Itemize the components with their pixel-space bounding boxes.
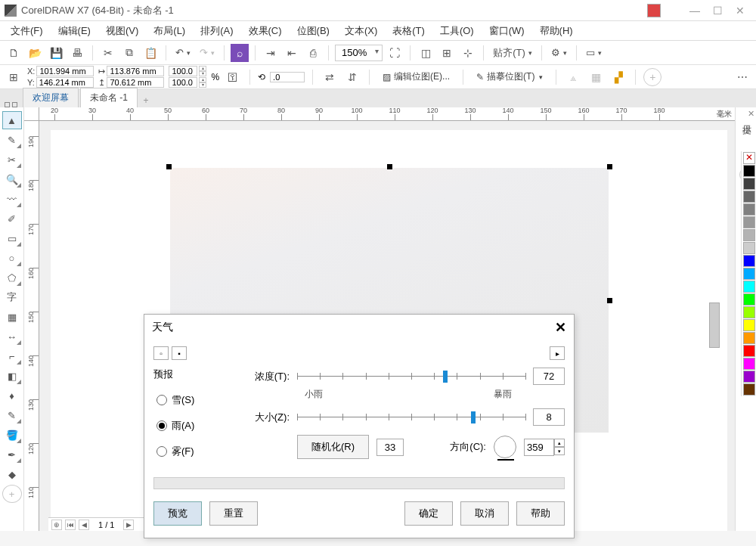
color-swatch[interactable] [743, 229, 755, 241]
color-swatch[interactable] [743, 191, 755, 203]
color-swatch[interactable] [743, 371, 755, 383]
menu-a[interactable]: 排列(A) [193, 21, 240, 41]
color-swatch[interactable] [743, 255, 755, 267]
ok-button[interactable]: 确定 [404, 501, 453, 526]
effects-tool-icon[interactable]: ◧ [2, 367, 22, 385]
direction-dial[interactable] [494, 436, 516, 458]
help-button[interactable]: 帮助 [516, 501, 565, 526]
dialog-close-icon[interactable]: ✕ [555, 319, 566, 336]
crop-icon[interactable]: ⟁ [564, 68, 582, 86]
table-tool-icon[interactable]: ▦ [2, 308, 22, 326]
grid-icon[interactable]: ⊞ [438, 44, 456, 62]
dimension-tool-icon[interactable]: ↔ [2, 327, 22, 346]
add-tab-button[interactable]: + [139, 94, 153, 107]
color-swatch[interactable] [743, 306, 755, 318]
menu-v[interactable]: 视图(V) [98, 21, 146, 41]
zoom-tool-icon[interactable]: 🔍 [2, 170, 22, 188]
height-input[interactable] [107, 77, 164, 88]
size-input[interactable] [533, 408, 565, 426]
color-swatch[interactable] [743, 293, 755, 306]
menu-l[interactable]: 布局(L) [146, 21, 193, 41]
size-slider[interactable] [297, 410, 525, 425]
transparency-tool-icon[interactable]: ♦ [2, 386, 22, 405]
artistic-media-icon[interactable]: ✐ [2, 209, 22, 228]
quick-customize-icon[interactable]: + [2, 485, 22, 503]
connector-tool-icon[interactable]: ⌐ [2, 347, 22, 365]
menu-h[interactable]: 帮助(H) [532, 21, 581, 41]
page-first-icon[interactable]: ⏮ [65, 520, 76, 530]
y-input[interactable] [36, 77, 94, 88]
guides-icon[interactable]: ⊹ [459, 44, 477, 62]
x-input[interactable] [36, 66, 94, 76]
ruler-horizontal[interactable]: 毫米 2030405060708090100110120130140150160… [39, 107, 735, 121]
zoom-select[interactable]: 150% [335, 45, 383, 61]
open-icon[interactable]: 📂 [26, 44, 44, 62]
resize-handle[interactable] [607, 164, 612, 169]
import-icon[interactable]: ⇥ [262, 44, 280, 62]
dialog-flyout-icon[interactable]: ▸ [550, 346, 565, 360]
resize-handle[interactable] [166, 164, 172, 169]
page-prev-icon[interactable]: ◀ [79, 520, 89, 530]
cancel-button[interactable]: 取消 [460, 501, 509, 526]
pick-tool-icon[interactable]: ▲ [2, 111, 22, 129]
eyedropper-tool-icon[interactable]: ✎ [2, 406, 22, 424]
page-next-icon[interactable]: ▶ [123, 520, 134, 530]
dialog-expand-icon[interactable]: ▪ [172, 346, 187, 360]
color-swatch[interactable] [743, 216, 755, 228]
color-swatch[interactable] [743, 358, 755, 370]
color-swatch[interactable] [743, 383, 755, 396]
randomize-button[interactable]: 随机化(R) [297, 435, 369, 459]
radio-rain[interactable]: 雨(A) [153, 413, 229, 439]
resize-handle[interactable] [387, 164, 392, 169]
density-input[interactable] [533, 368, 565, 385]
freehand-tool-icon[interactable]: 〰 [2, 190, 22, 208]
maximize-button[interactable]: ☐ [706, 3, 729, 18]
ellipse-tool-icon[interactable]: ○ [2, 249, 22, 267]
align-icon[interactable]: ▞ [609, 68, 627, 86]
edit-bitmap-button[interactable]: ▨编辑位图(E)... [377, 67, 455, 86]
menu-e[interactable]: 编辑(E) [51, 21, 98, 41]
outline-tool-icon[interactable]: ✒ [2, 445, 22, 464]
trace-bitmap-button[interactable]: ✎描摹位图(T) [471, 67, 548, 86]
menu-c[interactable]: 效果(C) [241, 21, 290, 41]
no-color-swatch[interactable] [743, 152, 755, 164]
radio-snow[interactable]: 雪(S) [153, 387, 229, 413]
color-swatch[interactable] [743, 332, 755, 344]
color-swatch[interactable] [743, 165, 755, 177]
scale-y-input[interactable] [169, 77, 197, 88]
color-swatch[interactable] [743, 319, 755, 331]
page-add-icon[interactable]: ⊕ [51, 520, 62, 530]
launch-icon[interactable]: ▭ [583, 45, 605, 60]
direction-spinner[interactable]: ▴▾ [524, 439, 565, 456]
color-swatch[interactable] [743, 281, 755, 293]
dialog-collapse-icon[interactable]: ▫ [153, 346, 169, 360]
resample-icon[interactable]: ▦ [587, 68, 605, 86]
scale-x-input[interactable] [169, 66, 197, 76]
menu-o[interactable]: 工具(O) [432, 21, 482, 41]
color-swatch[interactable] [743, 345, 755, 357]
polygon-tool-icon[interactable]: ⬠ [2, 268, 22, 287]
publish-icon[interactable]: ⎙ [304, 44, 322, 62]
palette-scrollbar[interactable] [709, 302, 720, 348]
more-icon[interactable]: ⋯ [733, 68, 751, 86]
options-icon[interactable]: ⚙ [548, 45, 570, 60]
menu-f[interactable]: 文件(F) [3, 21, 51, 41]
smart-fill-icon[interactable]: ◆ [2, 465, 22, 483]
snap-dropdown[interactable]: 贴齐(T) [490, 45, 535, 61]
view-nav-icon[interactable] [5, 102, 10, 107]
close-button[interactable]: ✕ [729, 3, 751, 18]
new-icon[interactable]: 🗋 [5, 44, 23, 62]
paste-icon[interactable]: 📋 [141, 44, 160, 62]
mirror-h-icon[interactable]: ⇄ [321, 68, 339, 86]
user-avatar[interactable] [647, 4, 661, 17]
color-swatch[interactable] [743, 268, 755, 280]
width-input[interactable] [107, 66, 164, 76]
menu-t[interactable]: 表格(T) [385, 21, 432, 41]
tab-document[interactable]: 未命名 -1 [80, 88, 138, 107]
menu-b[interactable]: 位图(B) [290, 21, 337, 41]
density-slider[interactable] [297, 369, 525, 384]
copy-icon[interactable]: ⧉ [120, 44, 138, 62]
menu-x[interactable]: 文本(X) [337, 21, 385, 41]
tab-welcome[interactable]: 欢迎屏幕 [23, 88, 79, 107]
resize-handle[interactable] [607, 298, 612, 303]
